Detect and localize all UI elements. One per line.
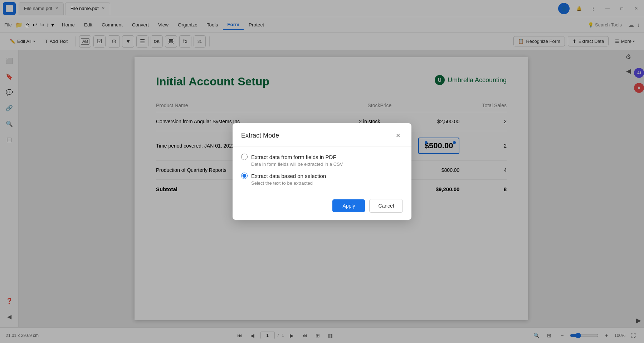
modal-footer: Apply Cancel [233,193,411,220]
extract-mode-dialog: Extract Mode ✕ Extract data from form fi… [233,123,411,220]
modal-body: Extract data from form fields in PDF Dat… [233,146,411,193]
modal-title: Extract Mode [241,132,279,139]
extract-form-fields-radio[interactable] [241,154,248,160]
extract-form-fields-label: Extract data from form fields in PDF [241,154,403,160]
radio-group: Extract data from form fields in PDF Dat… [241,154,403,186]
extract-form-fields-desc: Data in form fields will be extracted in… [251,161,403,167]
extract-form-fields-text: Extract data from form fields in PDF [251,154,336,160]
modal-close-button[interactable]: ✕ [393,130,403,140]
extract-selection-desc: Select the text to be extracted [251,180,403,186]
extract-selection-label: Extract data based on selection [241,173,403,179]
extract-form-fields-option[interactable]: Extract data from form fields in PDF Dat… [241,154,403,167]
extract-selection-radio[interactable] [241,173,248,179]
extract-selection-text: Extract data based on selection [251,173,326,179]
apply-button[interactable]: Apply [332,199,365,212]
modal-overlay[interactable]: Extract Mode ✕ Extract data from form fi… [0,0,644,343]
cancel-button[interactable]: Cancel [369,199,403,213]
modal-header: Extract Mode ✕ [233,123,411,146]
extract-selection-option[interactable]: Extract data based on selection Select t… [241,173,403,186]
